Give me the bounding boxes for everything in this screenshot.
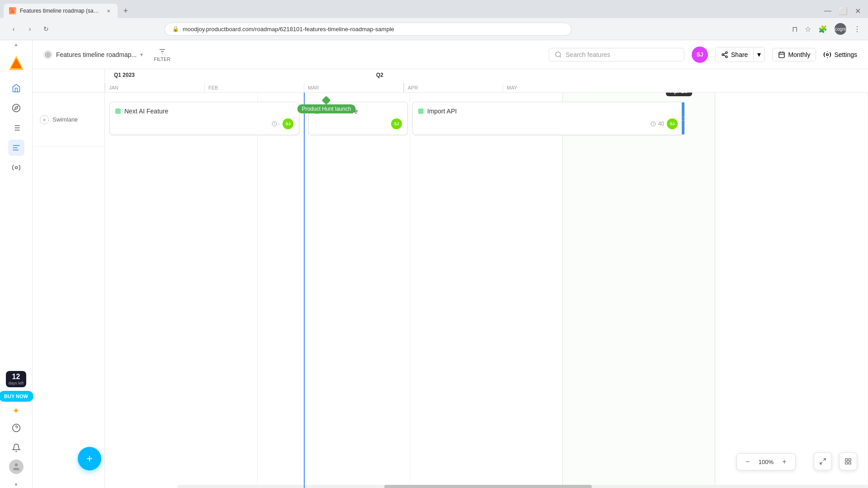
app-logo[interactable] bbox=[8, 55, 24, 73]
swimlane-label: Swimlane bbox=[52, 116, 78, 123]
jan-col-header: JAN bbox=[105, 83, 204, 92]
settings-icon bbox=[823, 51, 831, 59]
svg-point-19 bbox=[47, 54, 49, 55]
svg-rect-42 bbox=[849, 462, 851, 464]
mar-label: MAR bbox=[308, 85, 400, 90]
zoom-in-button[interactable]: + bbox=[779, 456, 790, 467]
browser-tab[interactable]: Features timeline roadmap (sam... ✕ bbox=[4, 4, 118, 18]
tab-close-button[interactable]: ✕ bbox=[105, 7, 112, 14]
share-dropdown-button[interactable]: ▾ bbox=[754, 47, 764, 61]
today-line bbox=[304, 93, 305, 488]
search-bar[interactable]: Search features bbox=[549, 48, 684, 61]
zoom-out-button[interactable]: − bbox=[742, 456, 753, 467]
svg-point-14 bbox=[15, 167, 17, 169]
svg-point-18 bbox=[46, 52, 50, 57]
svg-point-25 bbox=[726, 52, 727, 53]
sidebar-list-icon[interactable] bbox=[8, 120, 24, 136]
window-maximize-button[interactable]: ⬜ bbox=[839, 7, 848, 15]
svg-point-23 bbox=[556, 52, 561, 57]
tab-title: Features timeline roadmap (sam... bbox=[20, 8, 101, 14]
card-resize-handle[interactable]: ⋮⋮ bbox=[682, 102, 684, 135]
may-col-header: MAY bbox=[503, 83, 602, 92]
url-text: moodjoy.productboard.com/roadmap/6218101… bbox=[183, 26, 394, 33]
svg-line-29 bbox=[724, 53, 726, 54]
card-dot-3 bbox=[418, 108, 424, 114]
address-bar[interactable]: 🔒 moodjoy.productboard.com/roadmap/62181… bbox=[165, 23, 571, 36]
share-button[interactable]: Share bbox=[716, 48, 753, 61]
card-import-api[interactable]: Import API 40 SJ bbox=[412, 102, 684, 135]
window-minimize-button[interactable]: — bbox=[824, 7, 831, 15]
add-swimlane-button[interactable]: + bbox=[40, 115, 49, 124]
grid-background bbox=[105, 93, 868, 488]
search-icon bbox=[555, 51, 562, 58]
sidebar-home-icon[interactable] bbox=[8, 80, 24, 96]
swimlane-label-row: + Swimlane bbox=[33, 93, 104, 147]
sidebar-timeline-icon[interactable] bbox=[8, 140, 24, 156]
svg-marker-0 bbox=[10, 9, 15, 13]
apr-label: APR bbox=[408, 85, 499, 90]
roadmap-title-container[interactable]: Features timeline roadmap... ▾ bbox=[43, 50, 143, 59]
sidebar-compass-icon[interactable] bbox=[8, 100, 24, 116]
scroll-up-indicator[interactable]: ▲ bbox=[14, 42, 19, 47]
svg-point-3 bbox=[12, 104, 20, 112]
sidebar-notifications-icon[interactable] bbox=[8, 440, 24, 456]
forward-button[interactable]: › bbox=[24, 23, 36, 35]
monthly-button[interactable]: Monthly bbox=[772, 48, 816, 61]
roadmap-icon bbox=[43, 50, 52, 59]
horizontal-scrollbar[interactable] bbox=[177, 485, 868, 488]
milestone-label: Product Hunt launch bbox=[297, 104, 356, 113]
may-label: MAY bbox=[507, 85, 599, 90]
svg-line-38 bbox=[820, 462, 822, 464]
card-import-api-title: Import API bbox=[427, 108, 457, 115]
settings-button[interactable]: Settings bbox=[823, 51, 857, 59]
scroll-down-indicator[interactable]: ▼ bbox=[14, 482, 19, 487]
zoom-controls: − 100% + bbox=[736, 453, 796, 470]
bookmark-icon[interactable]: ☆ bbox=[805, 25, 811, 33]
cast-icon[interactable]: ⊓ bbox=[792, 25, 797, 33]
svg-marker-4 bbox=[14, 106, 18, 109]
menu-icon[interactable]: ⋮ bbox=[854, 25, 861, 33]
feb-col-header: FEB bbox=[204, 83, 304, 92]
toolbar: Features timeline roadmap... ▾ FILTER Se… bbox=[33, 40, 868, 69]
roadmap-title-dropdown-icon[interactable]: ▾ bbox=[140, 52, 143, 58]
reload-button[interactable]: ↻ bbox=[40, 23, 52, 35]
jan-label: JAN bbox=[109, 85, 201, 90]
card-import-api-avatar[interactable]: SJ bbox=[667, 118, 678, 129]
card-time-value-import: 40 bbox=[658, 121, 664, 127]
profile-badge[interactable]: Incognito bbox=[835, 23, 846, 35]
back-button[interactable]: ‹ bbox=[7, 23, 20, 35]
timeline-area: Q1 2023 Q2 JAN FEB bbox=[33, 69, 868, 488]
card-next-feature-avatar[interactable]: SJ bbox=[391, 118, 402, 129]
user-avatar-toolbar[interactable]: SJ bbox=[692, 47, 708, 63]
new-tab-button[interactable]: + bbox=[119, 5, 132, 17]
left-sidebar: ▲ 12 bbox=[0, 40, 33, 488]
user-avatar-sidebar[interactable] bbox=[9, 460, 24, 474]
sparkle-icon[interactable]: ✦ bbox=[12, 405, 20, 416]
svg-rect-41 bbox=[845, 462, 848, 464]
add-fab-button[interactable]: + bbox=[78, 447, 101, 470]
svg-point-17 bbox=[14, 464, 18, 467]
fullscreen-button[interactable] bbox=[814, 452, 832, 470]
card-ai-feature[interactable]: Next AI Feature - SJ bbox=[109, 102, 299, 135]
mar-col-header: MAR bbox=[304, 83, 403, 92]
sidebar-integrations-icon[interactable] bbox=[8, 160, 24, 176]
scrollbar-thumb[interactable] bbox=[384, 485, 591, 488]
timeline-header: Q1 2023 Q2 JAN FEB bbox=[33, 69, 868, 93]
svg-line-37 bbox=[823, 459, 826, 461]
card-ai-feature-avatar[interactable]: SJ bbox=[283, 118, 293, 129]
extensions-icon[interactable]: 🧩 bbox=[818, 25, 827, 33]
card-next-feature-footer: SJ bbox=[314, 118, 402, 129]
milestone-diamond bbox=[322, 96, 331, 105]
filter-button[interactable]: FILTER bbox=[150, 46, 174, 64]
timeline-swimlane-header bbox=[33, 69, 105, 92]
grid-col-jan bbox=[105, 93, 258, 488]
monthly-label: Monthly bbox=[788, 51, 810, 58]
svg-rect-40 bbox=[849, 459, 851, 461]
grid-view-button[interactable] bbox=[839, 452, 857, 470]
swimlane-labels: + Swimlane bbox=[33, 93, 105, 488]
buy-now-button[interactable]: BUY NOW bbox=[0, 391, 33, 402]
svg-line-28 bbox=[724, 55, 726, 56]
tab-favicon bbox=[9, 7, 16, 14]
window-close-button[interactable]: ✕ bbox=[855, 7, 861, 15]
sidebar-help-icon[interactable] bbox=[8, 420, 24, 436]
